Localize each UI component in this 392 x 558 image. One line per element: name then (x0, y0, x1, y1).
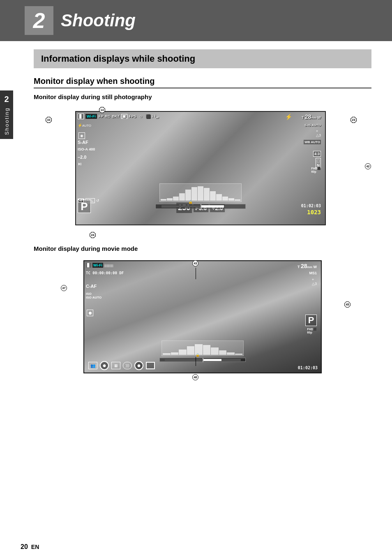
callout-14: 14 (99, 107, 105, 113)
hist-bar-10 (216, 194, 222, 201)
section-bar: Information displays while shooting (34, 49, 371, 68)
movie-signal-bars: |||||||||||| (104, 264, 113, 267)
callout-46-line (196, 357, 196, 366)
osd-subject-icon: ◉ (78, 132, 85, 139)
movie-mode-p: P (305, 315, 317, 326)
movie-diagram-wrapper: 43 47 44 45 ▊ (59, 260, 346, 373)
osd-s-af: S-AF (78, 140, 88, 145)
movie-histogram (161, 340, 244, 356)
movie-record-button: ● (100, 361, 109, 370)
side-tab: 2 Shooting (0, 90, 13, 139)
movie-circle-button: ● (134, 361, 143, 370)
osd-zoom-t: T (302, 116, 304, 120)
movie-zoom-t: T (297, 265, 300, 269)
callout-47: 47 (61, 285, 67, 291)
osd-flash-auto: ⚡AUTO (78, 123, 91, 127)
callout-46: 46 (192, 374, 198, 380)
movie-exp-bar (165, 359, 241, 361)
movie-tc: TC 00:00:00:00 DF (86, 271, 124, 275)
hist-bar-2 (167, 198, 173, 201)
osd-s-is-auto: S-IS AUTO (304, 123, 321, 127)
chapter-number: 2 (33, 8, 45, 33)
movie-zoom-w: W (314, 265, 317, 269)
movie-lock-icon: 🔒 (196, 353, 200, 357)
still-diagram-wrapper: 1 2 3 4 5 6 7 8 9 10 11 26 12 13 14 41 4… (42, 104, 363, 235)
still-screen-container: 41 40 39 38 37 36 35 34 33 15 16 17 18 1… (75, 104, 326, 235)
osd-lock-icon: 🔒 (188, 200, 193, 204)
osd-zoom: T 28mm W (302, 113, 321, 120)
movie-rec-icon: ⏺ (87, 310, 93, 316)
exposure-bar-inner (161, 205, 240, 208)
chapter-header: 2 Shooting (0, 0, 392, 41)
movie-iso: ISO ISO AUTO (86, 292, 101, 299)
page-suffix: EN (31, 544, 39, 550)
movie-ms1: MS1 (309, 271, 317, 275)
movie-c-af: C-AF (86, 284, 97, 289)
histogram-bars (160, 184, 241, 201)
movie-bottom-icons: 👥 ● ▦ ))) ● (88, 361, 155, 370)
movie-iso-label: ISO (86, 292, 92, 296)
osd-wifi: Wi-Fi (85, 114, 97, 119)
movie-time: 01:02:03 (298, 366, 318, 370)
movie-audio-icon: ))) (123, 362, 132, 369)
hist-bar-9 (210, 191, 216, 201)
movie-exp-center (203, 358, 203, 362)
movie-osd-zoom: T 28mm W (297, 263, 317, 269)
movie-drive3: +△3 (312, 278, 317, 286)
still-camera-screen: ▊ Wi-Fi FP RC BKT ▣ FPS ☺ ⬛ i ioff (75, 111, 326, 225)
movie-fhd: FHD⬛ 60p (307, 328, 317, 334)
osd-fp: FP (99, 114, 104, 118)
exposure-bar-center (201, 204, 201, 209)
callout-23: 23 (350, 117, 357, 123)
osd-aspect: 4:3 (313, 151, 321, 157)
hist-bar-3 (173, 197, 179, 201)
osd-focal-mm: 28 (305, 113, 311, 120)
movie-screen-container: 47 44 45 ▊ Wi-Fi |||||||||||| (83, 260, 322, 373)
osd-auto-text: AUTO (82, 124, 91, 127)
hist-bar-6 (191, 187, 197, 201)
hist-bar-7 (198, 186, 203, 201)
osd-fhd: FHD⬛ 60p (311, 167, 321, 173)
movie-fhd-label: FHD (307, 328, 313, 331)
osd-quality-symbol: □ (317, 159, 320, 163)
hist-bar-8 (204, 188, 210, 201)
exposure-meter (155, 204, 246, 209)
section-title: Information displays while shooting (41, 53, 195, 64)
osd-wb: WB AUTO (304, 140, 321, 144)
callout-24: 24 (90, 232, 96, 238)
movie-iso-auto: ISO AUTO (86, 296, 101, 299)
movie-subsection-title: Monitor display during movie mode (34, 245, 371, 252)
hist-bar-12 (228, 198, 234, 201)
movie-focal: 28 (301, 263, 307, 269)
movie-histogram-bars (162, 341, 243, 356)
exposure-bar-fill (201, 205, 224, 208)
side-tab-number: 2 (4, 95, 9, 104)
chapter-title: Shooting (61, 11, 136, 30)
osd-card-icon: ▣ (121, 114, 127, 119)
movie-section: Monitor display during movie mode 43 47 … (34, 245, 371, 373)
hist-bar-4 (179, 193, 185, 201)
movie-mm: mm (307, 266, 312, 269)
movie-group-icon: 👥 (88, 362, 97, 369)
page-content: Information displays while shooting Moni… (13, 41, 392, 382)
osd-flash: ⚡ (285, 113, 292, 120)
osd-shots: 1023 (307, 209, 321, 215)
osd-rec-icon: ⏯ (78, 161, 82, 166)
osd-zoom-w: W (318, 116, 321, 120)
movie-fps-val: 60p (307, 331, 312, 334)
side-tab-label: Shooting (4, 107, 10, 135)
chapter-number-box: 2 (25, 6, 53, 35)
osd-rc: RC (105, 114, 110, 118)
callout-43: 43 (192, 260, 198, 266)
osd-fhd-label: FHD (311, 167, 317, 170)
histogram (159, 183, 242, 202)
osd-level-icon: ⬛ (146, 114, 150, 118)
osd-time: 01:02:03 (301, 204, 321, 208)
movie-exp-fill (203, 359, 221, 361)
hist-bar-1 (161, 199, 166, 201)
osd-top-bar-left: ▊ Wi-Fi FP RC BKT ▣ FPS ☺ ⬛ i ioff (78, 113, 159, 119)
movie-photo-background: ▊ Wi-Fi |||||||||||| T 28mm W TC 00:00:0… (84, 261, 321, 373)
movie-square-button (146, 362, 155, 369)
movie-battery-icon: ▊ (86, 263, 91, 268)
osd-i-icon: i (152, 114, 153, 118)
